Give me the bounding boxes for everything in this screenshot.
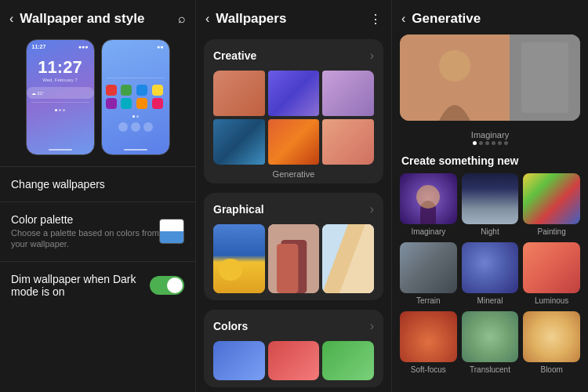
- home-screen-preview[interactable]: ●●: [101, 39, 170, 155]
- phone-page-dots: [27, 106, 94, 114]
- lock-screen-preview[interactable]: 11:27 ●●● 11:27 Wed, February 7 ☁ 31°: [26, 39, 95, 155]
- colors-grid: [213, 341, 374, 380]
- gen-item-translucent[interactable]: Translucent: [462, 311, 519, 374]
- app-icon: [152, 98, 163, 109]
- gen-thumb-bloom[interactable]: [523, 311, 580, 362]
- svg-rect-4: [277, 244, 298, 293]
- wallpapers-header: ‹ Wallpapers ⋮: [196, 0, 391, 34]
- gen-dot-3: [485, 141, 489, 145]
- gen-grid-row1: Imaginary Night Painting: [392, 173, 588, 236]
- creative-thumb-3[interactable]: [322, 71, 374, 116]
- phone-previews: 11:27 ●●● 11:27 Wed, February 7 ☁ 31° ●●: [0, 34, 195, 166]
- gen-thumb-terrain[interactable]: [400, 242, 457, 293]
- colors-header: Colors ›: [213, 319, 374, 333]
- gen-thumb-night[interactable]: [462, 173, 519, 224]
- gen-dots: [392, 141, 588, 145]
- gen-back-icon[interactable]: ‹: [401, 12, 405, 26]
- colors-title: Colors: [213, 320, 248, 332]
- gen-item-softfocus[interactable]: Soft-focus: [400, 311, 457, 374]
- creative-thumb-5[interactable]: [268, 119, 320, 165]
- gen-item-bloom[interactable]: Bloom: [523, 311, 580, 374]
- gen-item-painting[interactable]: Painting: [523, 173, 580, 236]
- dim-wallpaper-toggle[interactable]: [150, 276, 184, 295]
- gen-thumb-painting[interactable]: [523, 173, 580, 224]
- color-thumb-2[interactable]: [268, 341, 320, 380]
- creative-thumb-4[interactable]: [213, 119, 265, 165]
- gen-featured-image[interactable]: [400, 34, 580, 121]
- gen-item-night[interactable]: Night: [462, 173, 519, 236]
- gen-label-terrain: Terrain: [416, 296, 441, 305]
- gen-label-luminous: Luminous: [535, 296, 568, 305]
- color-thumb-1[interactable]: [213, 341, 265, 380]
- gen-dot-1: [473, 141, 477, 145]
- gen-dot-6: [504, 141, 508, 145]
- creative-arrow[interactable]: ›: [370, 49, 374, 63]
- back-icon[interactable]: ‹: [9, 12, 13, 26]
- search-icon[interactable]: ⌕: [178, 12, 186, 26]
- toggle-knob: [167, 278, 183, 293]
- gen-header: ‹ Generative: [392, 0, 588, 34]
- gen-dot-5: [498, 141, 502, 145]
- gen-thumb-softfocus[interactable]: [400, 311, 457, 362]
- gen-thumb-mineral[interactable]: [462, 242, 519, 293]
- dim-wallpaper-row[interactable]: Dim wallpaper when Dark mode is on: [0, 261, 195, 309]
- gen-item-mineral[interactable]: Mineral: [462, 242, 519, 305]
- creative-grid: [213, 71, 374, 165]
- color-palette-row[interactable]: Color palette Choose a palette based on …: [0, 201, 195, 261]
- graphical-thumb-1[interactable]: [213, 224, 265, 293]
- phone2-status-bar: ●●: [102, 40, 169, 51]
- creative-thumb-6[interactable]: [322, 119, 374, 165]
- wallpaper-style-panel: ‹ Wallpaper and style ⌕ 11:27 ●●● 11:27 …: [0, 0, 196, 392]
- gen-dot-2: [479, 141, 483, 145]
- colors-section: Colors ›: [204, 310, 383, 387]
- color-thumb-3[interactable]: [322, 341, 374, 380]
- creative-header: Creative ›: [213, 49, 374, 63]
- gen-label-mineral: Mineral: [477, 296, 503, 305]
- panel1-title: Wallpaper and style: [20, 11, 172, 27]
- gen-featured-label: Imaginary: [392, 130, 588, 140]
- phone-home-bar: [49, 149, 72, 151]
- color-palette-title: Color palette: [11, 213, 159, 226]
- gen-title: Generative: [412, 11, 481, 27]
- change-wallpapers-title: Change wallpapers: [11, 178, 184, 191]
- wallpapers-back-icon[interactable]: ‹: [205, 12, 209, 26]
- gen-thumb-translucent[interactable]: [462, 311, 519, 362]
- gen-item-luminous[interactable]: Luminous: [523, 242, 580, 305]
- gen-item-imaginary[interactable]: Imaginary: [400, 173, 457, 236]
- creative-generative-label: Generative: [213, 169, 374, 179]
- change-wallpapers-row[interactable]: Change wallpapers: [0, 166, 195, 201]
- gen-label-night: Night: [481, 227, 499, 236]
- home-page-dots: [102, 112, 169, 121]
- phone-apps-grid: [102, 82, 169, 112]
- graphical-grid: [213, 224, 374, 293]
- app-icon: [106, 98, 117, 109]
- svg-point-1: [219, 259, 243, 281]
- phone2-home-bar: [124, 149, 147, 151]
- app-icon: [136, 98, 147, 109]
- colors-arrow[interactable]: ›: [370, 319, 374, 333]
- graphical-thumb-3[interactable]: [322, 224, 374, 293]
- gen-item-terrain[interactable]: Terrain: [400, 242, 457, 305]
- gen-arch: [420, 201, 436, 224]
- dim-wallpaper-title: Dim wallpaper when Dark mode is on: [11, 273, 150, 298]
- color-palette-content: Color palette Choose a palette based on …: [11, 213, 159, 250]
- phone-date: Wed, February 7: [27, 78, 94, 82]
- app-icon: [121, 98, 132, 109]
- gen-thumb-imaginary[interactable]: [400, 173, 457, 224]
- svg-point-10: [439, 50, 470, 82]
- graphical-section: Graphical ›: [204, 193, 383, 299]
- graphical-thumb-2[interactable]: [268, 224, 320, 293]
- wallpapers-more-icon[interactable]: ⋮: [369, 12, 382, 27]
- app-icon: [106, 85, 117, 96]
- gen-grid-row3: Soft-focus Translucent Bloom: [392, 311, 588, 374]
- creative-thumb-1[interactable]: [213, 71, 265, 116]
- gen-featured-bg: [400, 34, 580, 121]
- phone-weather-widget: ☁ 31°: [27, 87, 94, 99]
- graphical-arrow[interactable]: ›: [370, 202, 374, 216]
- color-palette-icon: [159, 219, 184, 244]
- phone-time: 11:27: [27, 57, 94, 78]
- gen-label-imaginary: Imaginary: [411, 227, 445, 236]
- creative-thumb-2[interactable]: [268, 71, 320, 116]
- gen-thumb-luminous[interactable]: [523, 242, 580, 293]
- gen-label-painting: Painting: [538, 227, 566, 236]
